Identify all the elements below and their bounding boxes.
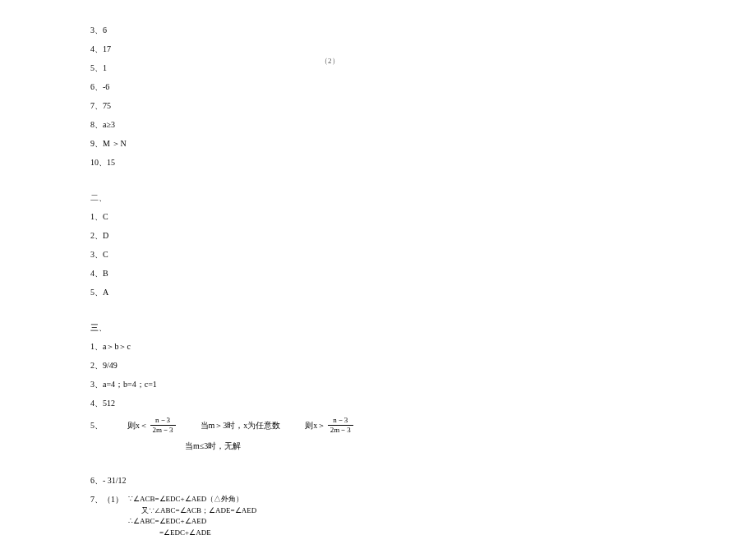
aside-marker: （2） bbox=[320, 56, 339, 67]
q5-left: 则x＜ n－3 2m－3 bbox=[127, 417, 176, 434]
q5-label: 5、 bbox=[90, 420, 103, 431]
fraction-denominator: 2m－3 bbox=[328, 426, 353, 434]
q5-row: 5、 则x＜ n－3 2m－3 当m＞3时，x为任意数 则x＞ n－3 2m－3 bbox=[90, 417, 756, 434]
list-item: 4、17 bbox=[90, 44, 756, 54]
q5-sub: 当m≤3时，无解 bbox=[185, 440, 756, 452]
q7-label: 7、（1） bbox=[90, 494, 123, 505]
list-item: 5、1 bbox=[90, 62, 756, 73]
q5-left-prefix: 则x＜ bbox=[127, 421, 148, 430]
proof-line: ∵∠ACB=∠EDC+∠AED（△外角） bbox=[128, 494, 258, 505]
proof-line: 又∵∠ABC=∠ACB；∠ADE=∠AED bbox=[141, 505, 258, 517]
section-3-header: 三、 bbox=[90, 322, 756, 333]
section-2-header: 二、 bbox=[90, 192, 756, 203]
list-item: 10、15 bbox=[90, 157, 756, 168]
fraction-numerator: n－3 bbox=[328, 417, 353, 426]
proof-line: =∠EDC+∠ADE bbox=[159, 528, 258, 536]
list-item: 3、C bbox=[90, 249, 756, 260]
list-item: 3、6 bbox=[90, 25, 756, 35]
q5-right: 则x＞ n－3 2m－3 bbox=[305, 417, 353, 434]
list-item: 3、a=4；b=4；c=1 bbox=[90, 379, 756, 390]
list-item: 2、D bbox=[90, 230, 756, 241]
list-item: 1、C bbox=[90, 211, 756, 222]
q7: 7、（1） ∵∠ACB=∠EDC+∠AED（△外角） 又∵∠ABC=∠ACB；∠… bbox=[90, 494, 756, 535]
list-item: 6、- 31/12 bbox=[90, 475, 756, 486]
proof-line: ∴∠ABC=∠EDC+∠AED bbox=[128, 516, 258, 528]
fraction-numerator: n－3 bbox=[150, 417, 176, 426]
list-item: 2、9/49 bbox=[90, 360, 756, 371]
list-item: 5、A bbox=[90, 287, 756, 297]
list-item: 1、a＞b＞c bbox=[90, 341, 756, 352]
list-item: 4、512 bbox=[90, 398, 756, 408]
fraction: n－3 2m－3 bbox=[150, 417, 176, 434]
list-item: 9、M ＞N bbox=[90, 138, 756, 149]
fraction-denominator: 2m－3 bbox=[150, 426, 176, 434]
q7-proof: ∵∠ACB=∠EDC+∠AED（△外角） 又∵∠ABC=∠ACB；∠ADE=∠A… bbox=[128, 494, 258, 535]
fraction: n－3 2m－3 bbox=[328, 417, 353, 434]
list-item: 4、B bbox=[90, 268, 756, 279]
section-3-list: 1、a＞b＞c 2、9/49 3、a=4；b=4；c=1 4、512 5、 则x… bbox=[90, 341, 756, 535]
section-2-list: 1、C 2、D 3、C 4、B 5、A bbox=[90, 211, 756, 297]
list-item: 6、-6 bbox=[90, 81, 756, 92]
section-1-list: 3、6 4、17 5、1 6、-6 7、75 8、a≥3 9、M ＞N 10、1… bbox=[90, 25, 756, 168]
q5-right-prefix: 则x＞ bbox=[305, 421, 325, 430]
list-item: 7、75 bbox=[90, 100, 756, 111]
list-item: 8、a≥3 bbox=[90, 119, 756, 130]
q5-mid: 当m＞3时，x为任意数 bbox=[201, 420, 281, 431]
